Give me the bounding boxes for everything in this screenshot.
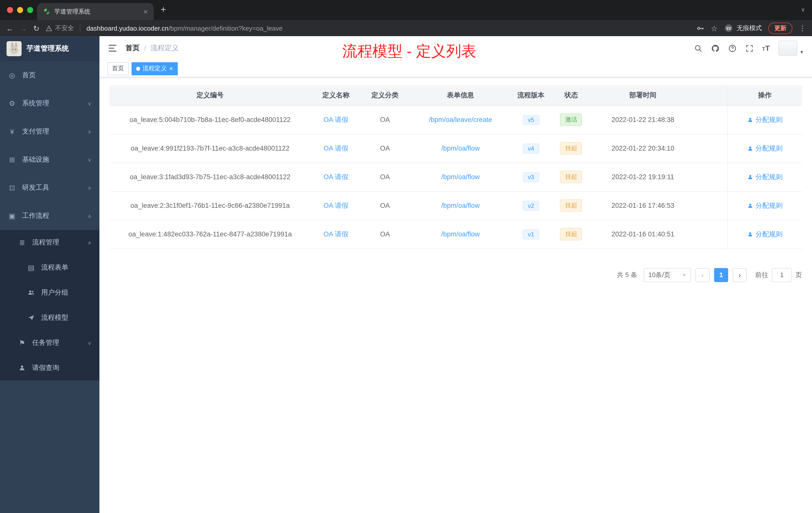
pagination: 共 5 条 10条/页 ▼ ‹ 1 › 前往 页 xyxy=(110,268,802,282)
assign-rule-link[interactable]: 分配规则 xyxy=(747,173,783,181)
column-form-info: 表单信息 xyxy=(409,85,512,105)
sidebar-item-dev-tools[interactable]: ⊡ 研发工具 ∨ xyxy=(0,174,99,202)
tab-close-icon[interactable]: × xyxy=(144,8,148,15)
assign-rule-link[interactable]: 分配规则 xyxy=(747,115,783,124)
form-info-link[interactable]: /bpm/oa/flow xyxy=(441,145,480,152)
sidebar-item-user-group[interactable]: 用户分组 xyxy=(0,280,99,305)
back-icon[interactable]: ← xyxy=(6,24,13,32)
browser-menu-kebab-icon[interactable]: ⋮ xyxy=(799,24,806,32)
monitor-icon: ⊞ xyxy=(8,156,16,163)
dashboard-icon: ◎ xyxy=(8,71,16,79)
column-deploy-time: 部署时间 xyxy=(592,85,693,105)
sidebar-item-system-management[interactable]: ⚙ 系统管理 ∨ xyxy=(0,89,99,117)
sidebar-item-label: 请假查询 xyxy=(32,363,91,372)
chevron-down-icon: ∨ xyxy=(88,129,91,134)
sidebar-item-process-form[interactable]: ▤ 流程表单 xyxy=(0,255,99,280)
form-info-link[interactable]: /bpm/oa/flow xyxy=(441,231,480,238)
form-info-link[interactable]: /bpm/oa/flow xyxy=(441,173,480,181)
incognito-icon xyxy=(724,24,733,33)
tab-search-chevron-icon[interactable]: ∨ xyxy=(801,6,805,13)
table-row: oa_leave:4:991f2193-7b7f-11ec-a3c8-acde4… xyxy=(110,134,802,163)
definition-name-link[interactable]: OA 请假 xyxy=(323,230,348,238)
next-page-button[interactable]: › xyxy=(733,268,747,282)
assign-rule-link[interactable]: 分配规则 xyxy=(747,201,783,210)
goto-page-input[interactable] xyxy=(772,268,792,282)
table-header-row: 定义编号 定义名称 定义分类 表单信息 流程版本 状态 部署时间 操作 xyxy=(110,85,802,105)
sidebar-item-label: 任务管理 xyxy=(32,338,82,348)
form-info-link[interactable]: /bpm/oa/flow xyxy=(441,202,480,209)
definition-name-link[interactable]: OA 请假 xyxy=(323,202,348,209)
breadcrumb-current: 流程定义 xyxy=(151,44,179,53)
sidebar-item-leave-query[interactable]: 请假查询 xyxy=(0,355,99,381)
definition-name-link[interactable]: OA 请假 xyxy=(323,116,348,123)
sidebar: 芋道管理系统 ◎ 首页 ⚙ 系统管理 ∨ ¥ 支付管理 ∨ ⊞ xyxy=(0,36,99,513)
breadcrumb: 首页 / 流程定义 xyxy=(125,44,179,53)
chevron-up-icon: ∧ xyxy=(88,240,91,245)
paper-plane-icon xyxy=(27,314,35,322)
tag-close-icon[interactable]: × xyxy=(169,65,173,72)
bookmark-star-icon[interactable]: ☆ xyxy=(711,24,718,32)
sidebar-item-label: 基础设施 xyxy=(22,155,82,164)
window-controls xyxy=(7,7,33,13)
definition-name-link[interactable]: OA 请假 xyxy=(323,173,348,180)
status-badge: 挂起 xyxy=(560,142,582,155)
sidebar-item-label: 工作流程 xyxy=(22,211,82,220)
sidebar-item-task-management[interactable]: ⚑ 任务管理 ∨ xyxy=(0,330,99,355)
prev-page-button[interactable]: ‹ xyxy=(696,268,709,282)
cell-spacer xyxy=(693,191,727,220)
user-avatar-menu[interactable]: ▼ xyxy=(778,41,804,56)
breadcrumb-home[interactable]: 首页 xyxy=(125,44,140,53)
current-page-button[interactable]: 1 xyxy=(714,268,728,282)
site-security-badge[interactable]: 不安全 xyxy=(46,24,80,32)
sidebar-item-process-model[interactable]: 流程模型 xyxy=(0,305,99,330)
zoom-window-button[interactable] xyxy=(27,7,33,13)
fullscreen-icon[interactable] xyxy=(745,44,754,53)
chrome-update-button[interactable]: 更新 xyxy=(768,22,792,34)
password-key-icon[interactable] xyxy=(696,24,704,32)
status-badge: 挂起 xyxy=(560,228,582,240)
new-tab-button[interactable]: + xyxy=(161,4,166,15)
status-badge: 挂起 xyxy=(560,199,582,212)
address-bar[interactable]: dashboard.yudao.iocoder.cn/bpm/manager/d… xyxy=(86,24,690,32)
reload-icon[interactable]: ↻ xyxy=(33,24,39,32)
assign-rule-link[interactable]: 分配规则 xyxy=(747,230,783,239)
screenshot-stage: 芋道管理系统 × + ∨ ← → ↻ 不安全 dashboard.yudao.i… xyxy=(0,0,812,513)
tag-process-definition[interactable]: 流程定义 × xyxy=(132,62,177,75)
tags-view-bar: 首页 流程定义 × xyxy=(99,60,812,77)
minimize-window-button[interactable] xyxy=(17,7,23,13)
help-icon[interactable] xyxy=(728,44,737,53)
briefcase-icon: ▣ xyxy=(8,212,16,220)
sidebar-item-workflow[interactable]: ▣ 工作流程 ∧ xyxy=(0,202,99,230)
cell-deploy-time: 2022-01-22 19:19:11 xyxy=(592,163,693,191)
font-size-icon[interactable]: TT xyxy=(762,44,770,53)
sidebar-toggle-hamburger-icon[interactable] xyxy=(108,43,117,53)
assign-rule-label: 分配规则 xyxy=(755,201,783,210)
sidebar-item-home[interactable]: ◎ 首页 xyxy=(0,61,99,89)
chevron-up-icon: ∧ xyxy=(88,213,91,219)
column-actions: 操作 xyxy=(727,85,802,105)
close-window-button[interactable] xyxy=(7,7,13,13)
cell-spacer xyxy=(693,220,727,248)
tag-home[interactable]: 首页 xyxy=(108,62,128,75)
forward-icon[interactable]: → xyxy=(20,24,27,32)
search-icon[interactable] xyxy=(694,44,702,53)
definition-name-link[interactable]: OA 请假 xyxy=(323,144,348,152)
gear-icon: ⚙ xyxy=(8,99,16,108)
page-size-select[interactable]: 10条/页 ▼ xyxy=(644,268,691,282)
sidebar-item-infrastructure[interactable]: ⊞ 基础设施 ∨ xyxy=(0,146,99,174)
cell-deploy-time: 2022-01-16 01:40:51 xyxy=(592,220,693,248)
chevron-down-icon: ▼ xyxy=(682,272,687,277)
form-info-link[interactable]: /bpm/oa/leave/create xyxy=(429,116,492,123)
user-group-icon xyxy=(27,289,35,297)
github-icon[interactable] xyxy=(711,44,720,53)
avatar xyxy=(778,41,798,56)
cell-spacer xyxy=(693,163,727,191)
sidebar-item-process-management[interactable]: ≣ 流程管理 ∧ xyxy=(0,230,99,255)
app-logo[interactable]: 芋道管理系统 xyxy=(0,36,99,61)
assign-rule-link[interactable]: 分配规则 xyxy=(747,144,783,153)
table-row: oa_leave:3:1fad3d93-7b75-11ec-a3c8-acde4… xyxy=(110,163,802,191)
browser-tab[interactable]: 芋道管理系统 × xyxy=(37,3,154,20)
sidebar-item-payment-management[interactable]: ¥ 支付管理 ∨ xyxy=(0,117,99,146)
cell-definition-id: oa_leave:3:1fad3d93-7b75-11ec-a3c8-acde4… xyxy=(110,163,311,191)
chevron-down-icon: ∨ xyxy=(88,101,91,106)
